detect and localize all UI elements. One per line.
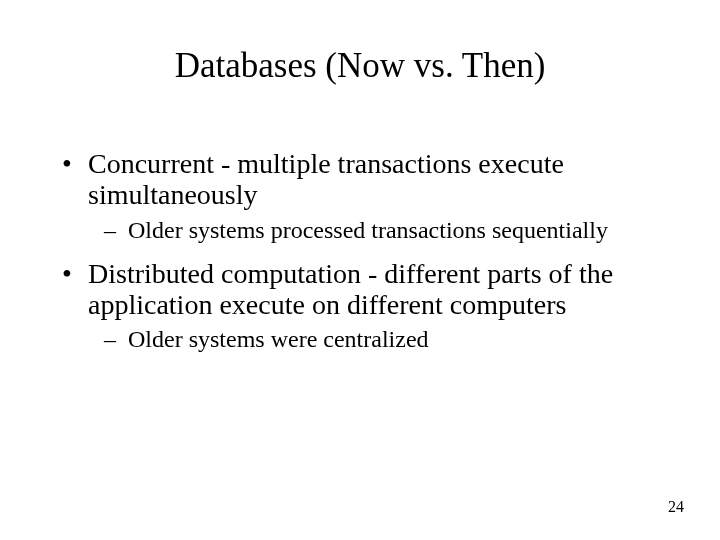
bullet-item: • Concurrent - multiple transactions exe… — [60, 148, 670, 211]
sub-bullet-text: Older systems were centralized — [128, 326, 429, 352]
bullet-text: Concurrent - multiple transactions execu… — [88, 148, 564, 210]
slide-body: • Concurrent - multiple transactions exe… — [60, 148, 670, 367]
sub-bullet-item: – Older systems were centralized — [60, 326, 670, 353]
slide-title: Databases (Now vs. Then) — [0, 46, 720, 86]
bullet-icon: • — [62, 148, 72, 179]
sub-bullet-text: Older systems processed transactions seq… — [128, 217, 608, 243]
bullet-item: • Distributed computation - different pa… — [60, 258, 670, 321]
slide: Databases (Now vs. Then) • Concurrent - … — [0, 0, 720, 540]
sub-bullet-item: – Older systems processed transactions s… — [60, 217, 670, 244]
page-number: 24 — [668, 498, 684, 516]
dash-icon: – — [104, 326, 116, 353]
bullet-text: Distributed computation - different part… — [88, 258, 613, 320]
dash-icon: – — [104, 217, 116, 244]
bullet-icon: • — [62, 258, 72, 289]
